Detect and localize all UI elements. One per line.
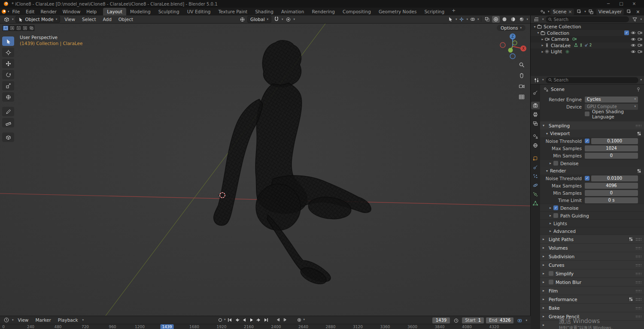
outliner-row-scene-collection[interactable]: ▾ Scene Collection	[531, 24, 644, 30]
simplify-checkbox[interactable]	[549, 271, 553, 276]
panel-subdivision[interactable]: ▸Subdivision	[540, 252, 644, 260]
ortho-grid-icon[interactable]	[517, 93, 526, 101]
select-mode-set[interactable]	[3, 25, 9, 31]
panel-performance[interactable]: ▸Performance	[540, 295, 644, 303]
hide-eye-icon[interactable]	[631, 43, 636, 47]
workspace-tab-modeling[interactable]: Modeling	[126, 8, 155, 15]
scene-unlink-icon[interactable]: ×	[568, 9, 572, 14]
jump-to-start-button[interactable]	[227, 317, 233, 323]
subpanel-render[interactable]: ▾ Render	[540, 167, 644, 175]
outliner-row-claralee[interactable]: ▸ ClaraLee 2	[531, 42, 644, 49]
panel-grip[interactable]	[635, 238, 641, 241]
vp-max-samples-field[interactable]: 1024	[585, 145, 638, 151]
pan-hand-icon[interactable]	[517, 71, 526, 80]
denoise-checkbox[interactable]: ✓	[553, 205, 558, 210]
properties-editor-icon[interactable]	[533, 77, 541, 84]
orientation-dropdown[interactable]: Global ▾	[247, 16, 271, 23]
gizmos-caret[interactable]: ▾	[466, 18, 468, 21]
preset-sliders-icon[interactable]	[629, 237, 633, 241]
tool-cursor[interactable]	[2, 48, 14, 57]
r-noise-threshold-field[interactable]: 0.0100	[591, 175, 638, 181]
timeline-editor-icon[interactable]	[3, 317, 10, 323]
panel-grip[interactable]	[635, 298, 641, 301]
next-keyframe-button[interactable]	[256, 317, 262, 323]
new-viewlayer-icon[interactable]	[625, 8, 633, 15]
current-frame-badge[interactable]: 1439	[161, 324, 174, 329]
shading-solid-icon[interactable]	[501, 16, 508, 23]
panel-simplify[interactable]: ▸ Simplify	[540, 269, 644, 278]
tab-object[interactable]	[531, 154, 540, 162]
panel-grip[interactable]	[635, 124, 641, 127]
panel-volumes[interactable]: ▸Volumes	[540, 244, 644, 252]
disable-render-icon[interactable]	[638, 50, 642, 54]
workspace-tab-layout[interactable]: Layout	[103, 8, 126, 15]
snap-magnet-icon[interactable]	[273, 16, 280, 23]
workspace-tab-compositing[interactable]: Compositing	[339, 8, 375, 15]
preset-sliders-icon[interactable]	[637, 131, 641, 136]
menu-render[interactable]: Render	[37, 8, 59, 15]
play-button[interactable]	[249, 317, 255, 323]
auto-keying-button[interactable]	[217, 317, 223, 323]
timeline-ruler[interactable]: 1439 02404807209601200168019202160240026…	[0, 324, 531, 329]
jump-to-end-button[interactable]	[263, 317, 270, 323]
shading-rendered-icon[interactable]	[518, 16, 526, 23]
filter-icon[interactable]	[631, 16, 638, 23]
panel-grip[interactable]	[635, 281, 641, 284]
hide-eye-icon[interactable]	[631, 31, 636, 35]
subpanel-advanced[interactable]: ▸ Advanced	[540, 227, 644, 235]
timeline-menu-view[interactable]: View	[15, 317, 31, 323]
options-dropdown[interactable]: Options ▾	[497, 25, 526, 31]
outliner-row-light[interactable]: ▸ Light	[531, 48, 644, 55]
tab-output[interactable]	[531, 111, 540, 118]
prev-frame-button[interactable]	[275, 317, 281, 323]
shading-caret[interactable]: ▾	[526, 18, 528, 21]
pin-icon[interactable]	[636, 87, 641, 92]
select-mode-extend[interactable]	[9, 25, 15, 31]
panel-motion-blur[interactable]: ▸ Motion Blur	[540, 278, 644, 286]
tab-tool[interactable]	[531, 89, 540, 97]
menu-help[interactable]: Help	[83, 8, 100, 15]
sync-caret[interactable]: ▾	[304, 318, 305, 321]
snap-caret[interactable]: ▾	[282, 18, 283, 21]
armature-data-icon[interactable]	[579, 43, 583, 47]
panel-grip[interactable]	[635, 306, 641, 309]
vp-min-samples-field[interactable]: 0	[585, 153, 638, 159]
disable-render-icon[interactable]	[638, 43, 642, 47]
panel-grease-pencil[interactable]: ▸Grease Pencil	[540, 312, 644, 320]
outliner-label[interactable]: ClaraLee	[551, 43, 571, 48]
outliner-label[interactable]: Scene Collection	[544, 24, 581, 29]
viewlayer-icon[interactable]	[587, 8, 595, 15]
r-max-samples-field[interactable]: 4096	[585, 183, 638, 189]
workspace-tab-geometry-nodes[interactable]: Geometry Nodes	[375, 8, 421, 15]
gizmo-z-negative[interactable]	[510, 54, 515, 59]
r-min-samples-field[interactable]: 0	[585, 190, 638, 196]
zoom-icon[interactable]	[517, 60, 526, 69]
tool-measure[interactable]	[2, 118, 14, 127]
shading-material-icon[interactable]	[509, 16, 517, 23]
hide-eye-icon[interactable]	[631, 50, 636, 54]
end-frame-field[interactable]: End 4326	[486, 317, 513, 323]
tab-render[interactable]	[531, 102, 540, 109]
subpanel-path-guiding[interactable]: ▸ Path Guiding	[540, 211, 644, 219]
outliner-search[interactable]	[546, 16, 629, 22]
hide-eye-icon[interactable]	[631, 37, 636, 41]
scene-selector[interactable]: Scene ×	[550, 9, 574, 15]
tool-move[interactable]	[2, 59, 14, 68]
maximize-button[interactable]: □	[615, 0, 628, 8]
menu-edit[interactable]: Edit	[23, 8, 37, 15]
current-frame-field[interactable]: 1439	[432, 317, 450, 323]
tab-world[interactable]	[531, 142, 540, 149]
panel-grip[interactable]	[635, 255, 641, 258]
menu-file[interactable]: File	[9, 8, 23, 15]
preset-sliders-icon[interactable]	[629, 297, 633, 302]
modifier-data-icon[interactable]	[584, 43, 588, 47]
panel-grip[interactable]	[635, 246, 641, 249]
panel-grip[interactable]	[635, 289, 641, 292]
viewport-3d[interactable]: User Perspective (1439) Collection | Cla…	[0, 24, 531, 316]
r-time-limit-field[interactable]: 0 s	[585, 197, 638, 203]
next-frame-button[interactable]	[282, 317, 289, 323]
osl-checkbox[interactable]	[585, 112, 589, 116]
tool-scale[interactable]	[2, 81, 14, 91]
panel-bake[interactable]: ▸Bake	[540, 304, 644, 312]
keying-caret[interactable]: ▾	[224, 318, 226, 321]
